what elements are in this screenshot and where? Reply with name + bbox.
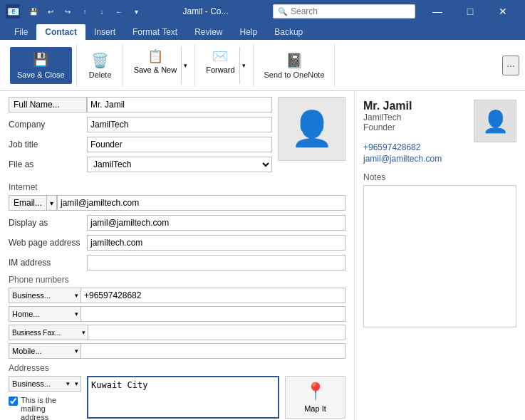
phone-row-fax: Business Fax... ▾ — [9, 325, 345, 340]
ribbon-overflow-button[interactable]: ··· — [502, 56, 519, 75]
business-phone-type[interactable]: Business... — [9, 288, 73, 303]
phone-row-mobile: Mobile... ▾ — [9, 343, 345, 359]
forward-button[interactable]: ✉️ Forward — [202, 47, 239, 84]
search-box[interactable]: 🔍 — [273, 4, 415, 19]
close-button[interactable]: ✕ — [487, 0, 519, 23]
name-fields: Full Name... Company Job title File as — [9, 97, 272, 177]
card-email[interactable]: jamil@jamiltech.com — [363, 154, 516, 164]
display-as-label: Display as — [9, 218, 87, 228]
email-type-button[interactable]: Email... — [9, 195, 46, 211]
tab-help[interactable]: Help — [232, 24, 266, 40]
im-address-input[interactable] — [87, 255, 345, 271]
file-as-label: File as — [9, 159, 87, 169]
fax-phone-type[interactable]: Business Fax... — [9, 325, 80, 340]
job-title-label: Job title — [9, 140, 87, 149]
redo-button[interactable]: ↪ — [60, 4, 76, 19]
mailing-label: This is the mailing address — [9, 396, 73, 420]
save-button-qat[interactable]: 💾 — [26, 4, 41, 19]
down-button[interactable]: ↓ — [94, 4, 110, 19]
tab-format-text[interactable]: Format Text — [124, 24, 186, 40]
address-type-label: Business... — [12, 379, 51, 388]
addresses-label: Addresses — [9, 363, 345, 373]
mobile-phone-type-label: Mobile... — [12, 347, 42, 355]
map-pin-icon: 📍 — [305, 382, 326, 401]
home-phone-arrow[interactable]: ▾ — [73, 306, 81, 322]
save-new-arrow[interactable]: ▾ — [181, 47, 189, 84]
card-photo-icon: 👤 — [482, 109, 509, 134]
job-title-input[interactable] — [87, 137, 272, 152]
phone-section-label: Phone numbers — [9, 275, 345, 285]
address-arrow[interactable]: ▾ — [73, 376, 81, 392]
save-close-button[interactable]: 💾 Save & Close — [10, 47, 72, 84]
mobile-phone-dropdown: Mobile... ▾ — [9, 343, 81, 359]
notes-textarea[interactable] — [363, 185, 516, 327]
email-dropdown: Email... ▾ — [9, 195, 57, 211]
forward-dropdown: ✉️ Forward ▾ — [201, 46, 248, 85]
delete-label: Delete — [89, 70, 112, 79]
search-input[interactable] — [291, 6, 410, 16]
undo-button[interactable]: ↩ — [43, 4, 58, 19]
tab-contact[interactable]: Contact — [36, 24, 85, 40]
full-name-button[interactable]: Full Name... — [9, 97, 87, 112]
address-row: Business... ▾ ▾ This is the mailing addr… — [9, 376, 345, 420]
onenote-button[interactable]: 📓 Send to OneNote — [259, 47, 330, 84]
tab-insert[interactable]: Insert — [85, 24, 124, 40]
company-row: Company — [9, 117, 272, 132]
restore-button[interactable]: □ — [454, 0, 487, 23]
save-close-icon: 💾 — [33, 52, 48, 68]
file-as-select[interactable]: JamilTech — [87, 157, 272, 172]
email-type-arrow[interactable]: ▾ — [46, 195, 57, 211]
forward-icon: ✉️ — [212, 48, 228, 64]
phone-row-home: Home... ▾ — [9, 306, 345, 322]
business-phone-input[interactable] — [81, 288, 345, 303]
mobile-phone-type[interactable]: Mobile... — [9, 343, 73, 359]
qat-more[interactable]: ▾ — [128, 4, 144, 19]
forward-arrow[interactable]: ▾ — [239, 47, 248, 84]
notes-label: Notes — [363, 172, 516, 182]
mobile-phone-input[interactable] — [81, 343, 345, 359]
home-phone-type[interactable]: Home... — [9, 306, 73, 322]
business-phone-arrow[interactable]: ▾ — [73, 288, 81, 303]
title-bar: 📧 💾 ↩ ↪ ↑ ↓ ← ▾ Jamil - Co... 🔍 — □ ✕ — [0, 0, 525, 23]
web-page-input[interactable] — [87, 235, 345, 251]
back-button[interactable]: ← — [111, 4, 127, 19]
full-name-row: Full Name... — [9, 97, 272, 112]
company-label: Company — [9, 120, 87, 130]
delete-button[interactable]: 🗑️ Delete — [83, 47, 118, 84]
photo-placeholder-icon: 👤 — [291, 109, 333, 149]
tab-backup[interactable]: Backup — [266, 24, 311, 40]
contact-card: 👤 Mr. Jamil JamilTech Founder +965974286… — [354, 91, 525, 420]
minimize-button[interactable]: — — [421, 0, 454, 23]
map-it-button[interactable]: 📍 Map It — [285, 376, 345, 419]
window-controls: — □ ✕ — [421, 0, 519, 23]
job-title-row: Job title — [9, 137, 272, 152]
save-new-label: Save & New — [134, 65, 177, 74]
im-address-label: IM address — [9, 258, 87, 268]
email-input[interactable] — [57, 195, 345, 211]
address-textarea[interactable]: Kuwait City — [87, 376, 279, 419]
notes-section: Notes — [363, 172, 516, 330]
up-button[interactable]: ↑ — [77, 4, 93, 19]
search-icon: 🔍 — [278, 7, 288, 16]
email-row: Email... ▾ — [9, 195, 345, 211]
onenote-icon: 📓 — [286, 52, 303, 69]
tab-file[interactable]: File — [6, 24, 36, 40]
company-input[interactable] — [87, 117, 272, 132]
address-type-button[interactable]: Business... ▾ — [9, 376, 73, 392]
contact-photo[interactable]: 👤 — [278, 97, 345, 161]
onenote-label: Send to OneNote — [264, 70, 325, 79]
fax-phone-arrow[interactable]: ▾ — [80, 325, 88, 340]
mobile-phone-arrow[interactable]: ▾ — [73, 343, 81, 359]
mailing-checkbox[interactable] — [9, 397, 18, 406]
fax-phone-input[interactable] — [88, 325, 345, 340]
mailing-text: This is the mailing address — [21, 396, 73, 420]
save-new-button[interactable]: 📋 Save & New — [130, 47, 182, 84]
display-as-input[interactable] — [87, 215, 345, 231]
tab-review[interactable]: Review — [186, 24, 231, 40]
full-name-input[interactable] — [87, 97, 272, 112]
group-onenote: 📓 Send to OneNote — [255, 44, 335, 87]
home-phone-input[interactable] — [81, 306, 345, 322]
business-phone-type-label: Business... — [12, 291, 51, 300]
title-bar-left: 📧 💾 ↩ ↪ ↑ ↓ ← ▾ — [6, 4, 144, 19]
card-phone[interactable]: +96597428682 — [363, 142, 516, 152]
